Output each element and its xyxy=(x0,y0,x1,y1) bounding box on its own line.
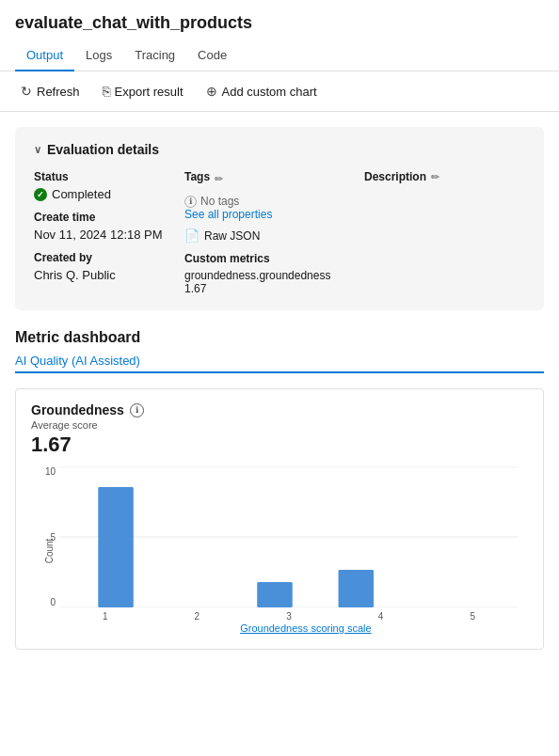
chart-title: Groundedness xyxy=(31,402,124,417)
x-tick-2: 2 xyxy=(195,611,200,622)
status-badge: Completed xyxy=(34,187,166,201)
svg-rect-3 xyxy=(98,487,134,607)
x-tick-5: 5 xyxy=(470,611,475,622)
tab-tracing[interactable]: Tracing xyxy=(123,40,186,71)
created-by-value: Chris Q. Public xyxy=(34,268,166,282)
tags-label: Tags xyxy=(184,170,210,183)
svg-rect-5 xyxy=(339,570,375,607)
add-chart-icon: ⊕ xyxy=(206,84,217,99)
description-row: Description ✏ xyxy=(364,170,525,183)
tab-logs[interactable]: Logs xyxy=(74,40,123,71)
evaluation-card: ∨ Evaluation details Status Completed Cr… xyxy=(15,127,544,310)
export-icon: ⎘ xyxy=(103,84,110,99)
x-axis-label[interactable]: Groundedness scoring scale xyxy=(240,622,371,634)
refresh-icon: ↻ xyxy=(21,84,32,99)
refresh-button[interactable]: ↻ Refresh xyxy=(11,79,89,103)
chart-svg xyxy=(59,466,519,607)
svg-rect-4 xyxy=(257,582,293,607)
description-label: Description xyxy=(364,170,426,183)
chart-info-icon[interactable]: ℹ xyxy=(130,403,144,417)
x-tick-3: 3 xyxy=(286,611,292,622)
x-tick-1: 1 xyxy=(103,611,108,622)
eval-grid: Status Completed Create time Nov 11, 202… xyxy=(34,170,525,295)
y-tick-10: 10 xyxy=(45,466,56,477)
avg-score-value: 1.67 xyxy=(31,433,528,457)
create-time-value: Nov 11, 2024 12:18 PM xyxy=(34,228,166,242)
avg-score-label: Average score xyxy=(31,419,528,431)
nav-tabs: Output Logs Tracing Code xyxy=(0,40,559,71)
custom-metrics-value: 1.67 xyxy=(184,282,336,295)
eval-header: ∨ Evaluation details xyxy=(34,142,525,157)
status-icon xyxy=(34,188,47,201)
description-edit-icon[interactable]: ✏ xyxy=(431,171,439,183)
custom-metrics-label: Custom metrics xyxy=(184,252,336,265)
tab-code[interactable]: Code xyxy=(186,40,238,71)
x-tick-4: 4 xyxy=(378,611,384,622)
no-tags-icon: ℹ xyxy=(184,196,197,208)
toolbar: ↻ Refresh ⎘ Export result ⊕ Add custom c… xyxy=(0,71,559,112)
eval-right-section: Description ✏ xyxy=(355,170,525,295)
created-by-label: Created by xyxy=(34,251,166,264)
groundedness-chart-card: Groundedness ℹ Average score 1.67 10 5 0 xyxy=(15,388,544,650)
no-tags-badge: ℹ No tags xyxy=(184,195,336,208)
chart-area xyxy=(59,466,519,607)
custom-metrics-key: groundedness.groundedness xyxy=(184,269,336,282)
add-chart-button[interactable]: ⊕ Add custom chart xyxy=(197,79,327,103)
export-button[interactable]: ⎘ Export result xyxy=(93,79,193,103)
y-tick-0: 0 xyxy=(50,597,56,607)
y-axis: 10 5 0 xyxy=(31,466,59,607)
chart-title-row: Groundedness ℹ xyxy=(31,402,528,417)
metric-tab-row: AI Quality (AI Assisted) xyxy=(15,350,544,373)
tags-edit-icon[interactable]: ✏ xyxy=(215,173,223,185)
eval-middle-section: Tags ✏ ℹ No tags See all properties 📄 Ra… xyxy=(184,170,355,295)
metric-dashboard: Metric dashboard AI Quality (AI Assisted… xyxy=(15,329,544,373)
tab-output[interactable]: Output xyxy=(15,40,74,71)
raw-json-button[interactable]: 📄 Raw JSON xyxy=(184,228,336,243)
see-all-link[interactable]: See all properties xyxy=(184,208,336,221)
collapse-icon[interactable]: ∨ xyxy=(34,144,41,156)
tags-row: Tags ✏ xyxy=(184,170,336,187)
doc-icon: 📄 xyxy=(184,228,200,243)
page-title: evaluate_chat_with_products xyxy=(0,0,559,40)
eval-left-section: Status Completed Create time Nov 11, 202… xyxy=(34,170,184,295)
create-time-label: Create time xyxy=(34,211,166,224)
status-label: Status xyxy=(34,170,166,183)
dashboard-title: Metric dashboard xyxy=(15,329,544,346)
metric-tab-ai-quality[interactable]: AI Quality (AI Assisted) xyxy=(15,350,140,373)
chart-container: 10 5 0 xyxy=(31,466,528,636)
main-content: ∨ Evaluation details Status Completed Cr… xyxy=(0,112,559,665)
y-axis-label: Count xyxy=(44,539,55,564)
